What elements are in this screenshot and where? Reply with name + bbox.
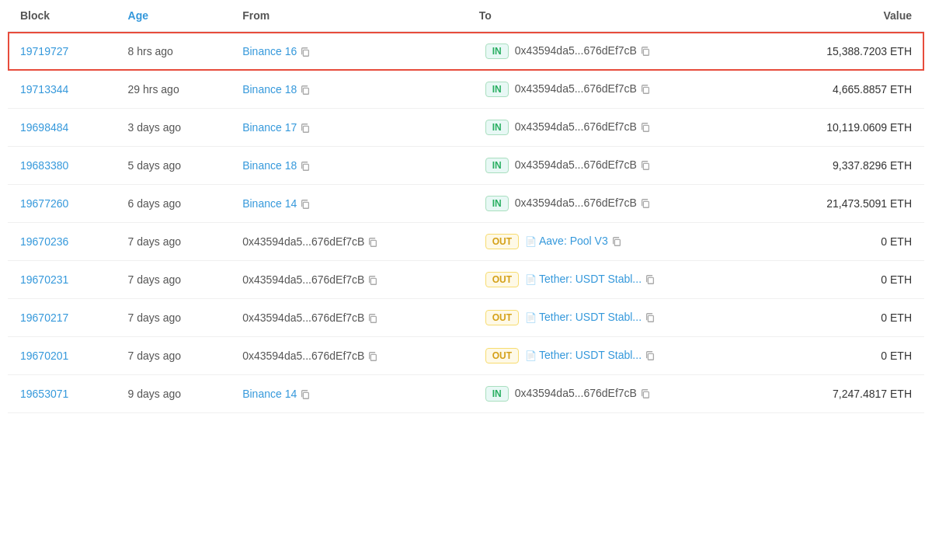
to-copy-icon[interactable]	[640, 46, 651, 57]
value-cell: 10,119.0609 ETH	[763, 109, 924, 147]
block-link[interactable]: 19670217	[20, 311, 68, 324]
block-cell: 19670236	[8, 223, 116, 261]
svg-rect-14	[371, 317, 377, 323]
age-cell: 3 days ago	[116, 109, 231, 147]
table-row: 196984843 days agoBinance 17 IN0x43594da…	[8, 109, 924, 147]
age-cell: 7 days ago	[116, 261, 231, 299]
age-cell: 7 days ago	[116, 337, 231, 375]
from-copy-icon[interactable]	[300, 123, 311, 134]
age-cell: 7 days ago	[116, 299, 231, 337]
age-text: 6 days ago	[128, 197, 182, 210]
to-link[interactable]: Tether: USDT Stabl...	[539, 273, 642, 285]
from-link[interactable]: Binance 18	[242, 159, 297, 172]
value-text: 21,473.5091 ETH	[826, 197, 912, 210]
value-text: 0 ETH	[881, 235, 912, 248]
from-copy-icon[interactable]	[300, 47, 311, 57]
value-cell: 21,473.5091 ETH	[763, 185, 924, 223]
to-address: 0x43594da5...676dEf7cB	[515, 387, 637, 399]
table-row: 197197278 hrs agoBinance 16 IN0x43594da5…	[8, 32, 924, 71]
to-link[interactable]: Tether: USDT Stabl...	[539, 349, 642, 361]
value-text: 10,119.0609 ETH	[826, 121, 912, 134]
block-cell: 19653071	[8, 375, 116, 413]
age-text: 29 hrs ago	[128, 83, 179, 96]
svg-rect-1	[643, 50, 649, 56]
to-copy-icon[interactable]	[640, 84, 651, 95]
from-copy-icon[interactable]	[367, 313, 378, 324]
block-link[interactable]: 19683380	[20, 159, 68, 172]
from-copy-icon[interactable]	[367, 351, 378, 362]
from-cell: Binance 14	[230, 185, 466, 223]
value-column-header: Value	[763, 0, 924, 32]
doc-icon: 📄	[525, 236, 537, 247]
age-text: 5 days ago	[128, 159, 182, 172]
transactions-table: Block Age From To Value 197197278 hrs ag…	[8, 0, 924, 413]
block-link[interactable]: 19670236	[20, 235, 68, 248]
table-row: 196772606 days agoBinance 14 IN0x43594da…	[8, 185, 924, 223]
block-cell: 19698484	[8, 109, 116, 147]
to-link[interactable]: Tether: USDT Stabl...	[539, 311, 642, 323]
to-cell: OUT📄Tether: USDT Stabl...	[467, 337, 763, 375]
block-link[interactable]: 19670231	[20, 273, 68, 286]
to-cell: IN0x43594da5...676dEf7cB	[467, 32, 763, 71]
age-cell: 7 days ago	[116, 223, 231, 261]
svg-rect-4	[304, 127, 309, 133]
svg-rect-19	[643, 392, 649, 398]
to-copy-icon[interactable]	[611, 236, 622, 247]
value-text: 0 ETH	[881, 273, 912, 286]
from-cell: Binance 18	[230, 71, 466, 109]
to-address: 0x43594da5...676dEf7cB	[515, 82, 637, 95]
from-cell: 0x43594da5...676dEf7cB	[230, 337, 466, 375]
svg-rect-5	[643, 126, 649, 132]
to-link[interactable]: Aave: Pool V3	[539, 235, 608, 247]
from-cell: 0x43594da5...676dEf7cB	[230, 223, 466, 261]
from-cell: Binance 16	[230, 32, 466, 71]
from-copy-icon[interactable]	[300, 161, 311, 172]
from-address: 0x43594da5...676dEf7cB	[242, 235, 364, 248]
block-cell: 19670217	[8, 299, 116, 337]
to-copy-icon[interactable]	[645, 312, 656, 323]
doc-icon: 📄	[525, 312, 537, 323]
to-copy-icon[interactable]	[645, 274, 656, 285]
to-cell: IN0x43594da5...676dEf7cB	[467, 147, 763, 185]
from-link[interactable]: Binance 14	[242, 197, 297, 210]
to-copy-icon[interactable]	[640, 198, 651, 209]
value-cell: 7,247.4817 ETH	[763, 375, 924, 413]
value-text: 7,247.4817 ETH	[833, 388, 912, 400]
block-link[interactable]: 19670201	[20, 350, 68, 362]
age-cell: 9 days ago	[116, 375, 231, 413]
to-cell: IN0x43594da5...676dEf7cB	[467, 375, 763, 413]
from-copy-icon[interactable]	[300, 199, 311, 210]
from-copy-icon[interactable]	[300, 85, 311, 96]
from-copy-icon[interactable]	[300, 389, 311, 400]
age-cell: 8 hrs ago	[116, 32, 231, 71]
to-cell: OUT📄Tether: USDT Stabl...	[467, 261, 763, 299]
from-copy-icon[interactable]	[367, 275, 378, 286]
to-cell: IN0x43594da5...676dEf7cB	[467, 71, 763, 109]
value-text: 9,337.8296 ETH	[833, 159, 912, 172]
to-copy-icon[interactable]	[640, 122, 651, 133]
from-link[interactable]: Binance 18	[242, 83, 297, 96]
to-copy-icon[interactable]	[645, 350, 656, 361]
block-cell: 19719727	[8, 32, 116, 71]
to-cell: IN0x43594da5...676dEf7cB	[467, 185, 763, 223]
block-link[interactable]: 19713344	[20, 83, 68, 96]
direction-badge: IN	[485, 386, 509, 402]
block-link[interactable]: 19653071	[20, 388, 68, 400]
age-text: 8 hrs ago	[128, 45, 173, 57]
from-link[interactable]: Binance 16	[242, 45, 297, 57]
svg-rect-11	[614, 240, 620, 246]
block-cell: 19683380	[8, 147, 116, 185]
block-link[interactable]: 19698484	[20, 121, 68, 134]
direction-badge: OUT	[485, 348, 519, 363]
svg-rect-8	[304, 203, 309, 209]
block-link[interactable]: 19719727	[20, 45, 68, 57]
block-link[interactable]: 19677260	[20, 197, 68, 210]
from-copy-icon[interactable]	[367, 237, 378, 248]
from-link[interactable]: Binance 14	[242, 388, 297, 400]
direction-badge: IN	[485, 43, 509, 59]
from-link[interactable]: Binance 17	[242, 121, 297, 134]
direction-badge: IN	[485, 196, 509, 211]
to-copy-icon[interactable]	[640, 160, 651, 171]
to-copy-icon[interactable]	[640, 388, 651, 399]
svg-rect-2	[304, 89, 309, 95]
